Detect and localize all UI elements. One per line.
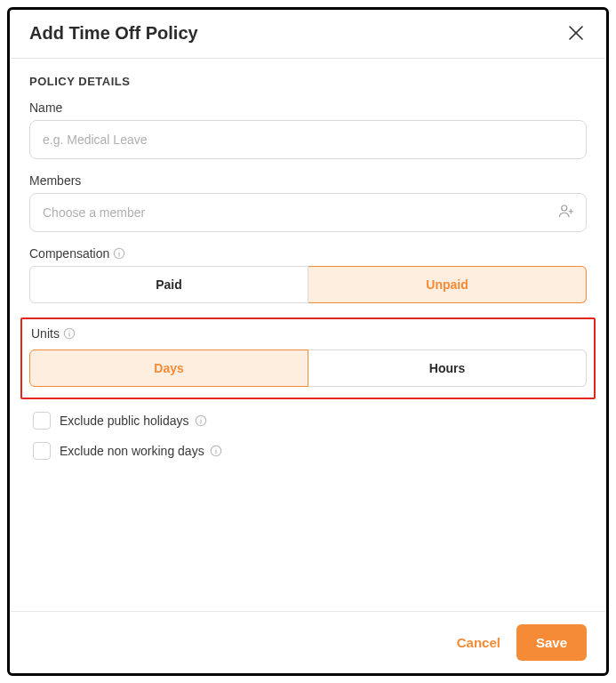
info-icon[interactable]	[113, 247, 125, 260]
close-icon	[568, 25, 584, 41]
close-button[interactable]	[565, 22, 587, 44]
add-time-off-policy-modal: Add Time Off Policy POLICY DETAILS Name …	[7, 7, 609, 676]
members-label: Members	[29, 173, 587, 188]
svg-point-2	[562, 205, 567, 211]
info-icon[interactable]	[63, 327, 76, 340]
units-hours-button[interactable]: Hours	[308, 350, 587, 387]
units-days-button[interactable]: Days	[29, 350, 308, 387]
exclude-nonworking-label: Exclude non working days	[60, 444, 222, 458]
units-toggle: Days Hours	[29, 350, 587, 387]
svg-point-16	[215, 448, 216, 449]
modal-footer: Cancel Save	[10, 611, 606, 673]
name-input[interactable]	[29, 120, 587, 159]
exclude-nonworking-checkbox[interactable]	[33, 442, 51, 460]
svg-point-7	[119, 251, 120, 252]
modal-header: Add Time Off Policy	[10, 10, 606, 59]
compensation-label-text: Compensation	[29, 246, 109, 261]
compensation-paid-button[interactable]: Paid	[29, 266, 308, 303]
section-heading: POLICY DETAILS	[29, 75, 587, 88]
info-icon[interactable]	[195, 414, 207, 427]
exclude-nonworking-label-text: Exclude non working days	[60, 444, 204, 458]
compensation-label: Compensation	[29, 246, 587, 261]
units-label-text: Units	[31, 326, 60, 341]
compensation-toggle: Paid Unpaid	[29, 266, 587, 303]
info-icon[interactable]	[210, 445, 222, 457]
compensation-unpaid-button[interactable]: Unpaid	[308, 266, 587, 303]
exclude-holidays-checkbox[interactable]	[33, 412, 51, 430]
save-button[interactable]: Save	[516, 624, 587, 661]
exclude-holidays-row: Exclude public holidays	[33, 412, 587, 430]
name-label: Name	[29, 100, 587, 115]
units-highlight-box: Units Days Hours	[20, 317, 596, 399]
units-label: Units	[31, 326, 587, 341]
exclude-holidays-label-text: Exclude public holidays	[60, 414, 189, 428]
cancel-button[interactable]: Cancel	[457, 635, 500, 650]
svg-point-10	[68, 331, 69, 332]
svg-point-13	[200, 418, 201, 419]
members-input[interactable]	[29, 193, 587, 232]
modal-title: Add Time Off Policy	[29, 23, 198, 44]
exclude-holidays-label: Exclude public holidays	[60, 414, 207, 428]
add-member-icon[interactable]	[558, 203, 574, 222]
exclude-nonworking-row: Exclude non working days	[33, 442, 587, 460]
modal-body: POLICY DETAILS Name Members Compensation	[10, 59, 606, 611]
